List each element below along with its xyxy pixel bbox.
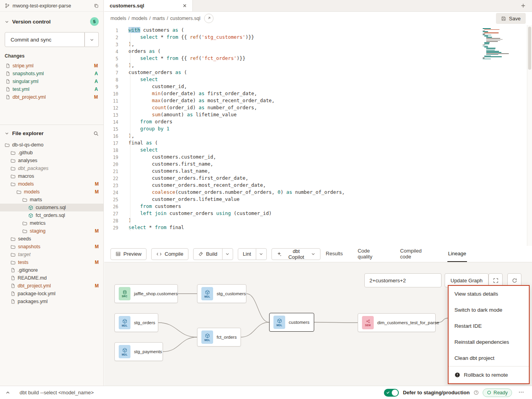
copy-icon[interactable] [94,3,99,8]
code-line[interactable]: 17final as ( [104,139,532,146]
lineage-node-jaffle-shop-customers[interactable]: SRCjaffle_shop.customers [114,284,178,303]
tree-item-staging[interactable]: stagingM [0,227,103,235]
tab-lineage[interactable]: Lineage [447,246,467,262]
code-line[interactable]: 13 sum(amount) as lifetime_value [104,111,532,118]
menu-item-reinstall-dependencies[interactable]: Reinstall dependencies [449,334,529,350]
build-button[interactable]: Build [193,248,223,260]
help-icon[interactable] [474,390,479,395]
tree-item-models[interactable]: modelsM [0,188,103,196]
tree-item-gitignore[interactable]: .gitignore [0,266,103,274]
code-line[interactable]: 25 customer_orders.lifetime_value [104,196,532,203]
code-line[interactable]: 20 customers.first_name, [104,161,532,168]
code-line[interactable]: 7customer_orders as ( [104,69,532,76]
code-editor[interactable]: 1with customers as (2 select * from {{ r… [104,25,532,246]
command-bar-text[interactable]: dbt build --select <model_name> [20,390,94,395]
search-icon[interactable] [93,131,99,136]
code-line[interactable]: 12 count(order_id) as number_of_orders, [104,104,532,111]
code-line[interactable]: 4orders as ( [104,48,532,55]
tab-compiled-code[interactable]: Compiled code [399,246,434,262]
more-options-button[interactable] [516,389,527,396]
tree-item-packages-yml[interactable]: packages.yml [0,298,103,305]
preview-button[interactable]: Preview [110,248,147,260]
menu-item-switch-to-dark-mode[interactable]: Switch to dark mode [449,302,529,318]
tree-item-db-sl-qs-demo[interactable]: db-sl-qs-demo [0,141,103,149]
commit-and-sync-button[interactable]: Commit and sync [5,32,85,47]
code-line[interactable]: 29select * from final [104,224,532,231]
menu-item-restart-ide[interactable]: Restart IDE [449,318,529,334]
code-line[interactable]: 18 select [104,146,532,153]
tree-item-models[interactable]: modelsM [0,180,103,188]
editor-scrollbar[interactable] [527,25,532,246]
tree-item-target[interactable]: target [0,251,103,258]
lineage-node-dim-customers-test-for-parse[interactable]: SEMdim_customers_test_for_parse [358,313,436,332]
code-line[interactable]: 16), [104,132,532,139]
code-line[interactable]: 6), [104,62,532,69]
change-item-dbt-project-yml[interactable]: dbt_project.ymlM [5,93,99,101]
scrollbar-thumb[interactable] [528,27,531,70]
code-line[interactable]: 15 group by 1 [104,125,532,132]
menu-item-view-status-details[interactable]: View status details [449,286,529,302]
tree-item-github[interactable]: .github [0,149,103,157]
tree-item-snapshots[interactable]: snapshotsM [0,243,103,251]
code-line[interactable]: 1with customers as ( [104,27,532,34]
code-line[interactable]: 11 max(order_date) as most_recent_order_… [104,97,532,104]
chevron-up-icon[interactable] [5,390,10,395]
version-control-header[interactable]: Version control 5 [5,17,99,26]
code-line[interactable]: 14 from orders [104,118,532,125]
new-tab-button[interactable] [514,0,532,11]
tree-item-marts[interactable]: marts [0,196,103,204]
change-item-singular-yml[interactable]: singular.ymlA [5,78,99,85]
code-line[interactable]: 19 customers.customer_id, [104,153,532,161]
lineage-selector-input[interactable] [364,273,442,287]
menu-item-rollback-to-remote[interactable]: Rollback to remote [449,366,529,383]
code-line[interactable]: 26 from customers [104,203,532,210]
lineage-node-stg-orders[interactable]: MDLstg_orders [114,313,158,332]
tab-code-quality[interactable]: Code quality [357,246,386,262]
code-line[interactable]: 21 customers.last_name, [104,168,532,175]
tree-item-package-lock-yml[interactable]: package-lock.yml [0,290,103,298]
code-line[interactable]: 22 customer_orders.first_order_date, [104,175,532,182]
tree-item-fct-orders-sql[interactable]: fct_orders.sql [0,211,103,219]
code-line[interactable]: 2 select * from {{ ref('stg_customers')}… [104,34,532,41]
dbt-copilot-button[interactable]: dbt Copilot [271,248,320,260]
tree-item-macros[interactable]: macros [0,172,103,180]
code-line[interactable]: 27 left join customer_orders using (cust… [104,210,532,217]
close-icon[interactable] [183,4,187,8]
code-line[interactable]: 5 select * from {{ ref('fct_orders')}} [104,55,532,62]
build-dropdown-button[interactable] [222,248,233,260]
tree-item-dbt-project-yml[interactable]: dbt_project.ymlM [0,282,103,290]
breadcrumb-part-models[interactable]: models [110,16,126,21]
code-line[interactable]: 3), [104,41,532,48]
tree-item-tests[interactable]: testsM [0,258,103,266]
save-button[interactable]: Save [496,13,526,24]
lineage-node-customers[interactable]: MDLcustomers [269,313,314,332]
open-lineage-link-button[interactable] [204,14,214,23]
tab-results[interactable]: Results [325,246,344,262]
minimap[interactable] [483,28,508,60]
lineage-node-stg-customers[interactable]: MDLstg_customers [197,284,246,303]
tree-item-customers-sql[interactable]: customers.sql [0,204,103,211]
breadcrumb-part-models[interactable]: models [132,16,147,21]
code-line[interactable]: 28) [104,217,532,224]
code-line[interactable]: 8 select [104,76,532,83]
lint-dropdown-button[interactable] [256,248,267,260]
code-line[interactable]: 23 customer_orders.most_recent_order_dat… [104,182,532,189]
tree-item-analyses[interactable]: analyses [0,157,103,164]
change-item-stripe-yml[interactable]: stripe.ymlM [5,62,99,70]
code-line[interactable]: 9 customer_id, [104,83,532,90]
lineage-node-stg-payments[interactable]: MDLstg_payments [114,342,163,361]
code-line[interactable]: 10 min(order_date) as first_order_date, [104,90,532,97]
tree-item-dbt-packages[interactable]: dbt_packages [0,164,103,172]
change-item-test-yml[interactable]: test.ymlA [5,85,99,93]
defer-toggle[interactable] [384,389,399,397]
code-line[interactable]: 24 coalesce(customer_orders.number_of_or… [104,189,532,196]
lint-button[interactable]: Lint [238,248,256,260]
file-explorer-header[interactable]: File explorer [0,130,103,136]
commit-dropdown-button[interactable] [85,32,99,47]
lineage-node-fct-orders[interactable]: MDLfct_orders [197,328,241,347]
tree-item-readme-md[interactable]: README.md [0,274,103,282]
tree-item-metrics[interactable]: metrics [0,219,103,227]
breadcrumb-part-customers-sql[interactable]: customers.sql [170,16,200,21]
breadcrumb-part-marts[interactable]: marts [153,16,165,21]
tree-item-seeds[interactable]: seeds [0,235,103,243]
